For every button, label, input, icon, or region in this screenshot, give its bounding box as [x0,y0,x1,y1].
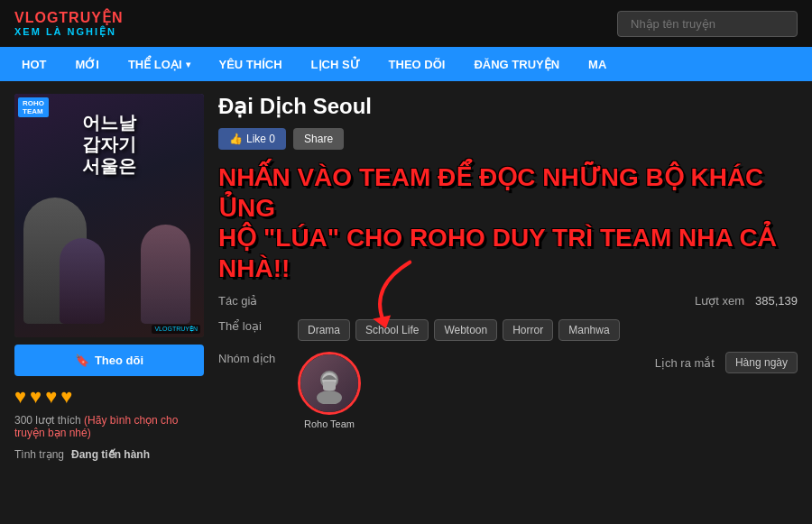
right-panel: Đại Dịch Seoul 👍 Like 0 Share NHẤN VÀO T… [218,94,798,461]
group-schedule-row: Nhóm dịch [218,352,798,429]
vlogtruyenvn-badge: VLOGTRUYỆN [152,325,200,334]
avatar-image [300,354,358,412]
author-label: Tác giả [218,294,257,308]
views-value: 385,139 [755,294,798,308]
group-name: Roho Team [298,418,361,429]
heart-3: ♥ [45,385,57,409]
translator-group: Roho Team [298,352,361,429]
tag-manhwa[interactable]: Manhwa [558,319,619,341]
schedule-value[interactable]: Hàng ngày [725,352,798,373]
nav-theo-doi[interactable]: THEO DÕI [374,47,460,81]
tag-drama[interactable]: Drama [298,319,350,341]
genre-row: Thể loại Drama School Life Webtoon Horro… [218,319,798,341]
nav-the-loai[interactable]: THỂ LOẠI ▾ [114,47,205,81]
author-views-row: Tác giả Lượt xem 385,139 [218,292,798,308]
header: VLOGTRUYỆN XEM LÀ NGHIỆN [0,0,812,47]
rating-info: 300 lượt thích (Hãy bình chọn cho truyện… [14,414,204,439]
hearts-rating: ♥ ♥ ♥ ♥ [14,385,204,409]
views-label: Lượt xem [695,294,744,308]
chevron-down-icon: ▾ [186,60,190,69]
logo: VLOGTRUYỆN XEM LÀ NGHIỆN [14,9,123,38]
action-buttons: 👍 Like 0 Share [218,128,798,150]
promo-text: NHẤN VÀO TEAM ĐỂ ĐỌC NHỮNG BỘ KHÁC ỦNGHỘ… [218,162,798,283]
genre-label: Thể loại [218,319,291,333]
genre-tags: Drama School Life Webtoon Horror Manhwa [298,319,620,341]
translator-avatar[interactable] [298,352,361,415]
logo-area[interactable]: VLOGTRUYỆN XEM LÀ NGHIỆN [14,9,123,38]
likes-count: 300 lượt thích [14,414,81,427]
status-label: Tình trạng [14,448,64,461]
heart-4: ♥ [60,385,72,409]
promo-section: NHẤN VÀO TEAM ĐỂ ĐỌC NHỮNG BỘ KHÁC ỦNGHỘ… [218,162,798,283]
svg-point-1 [317,391,342,404]
nav-lich-su[interactable]: LỊCH SỬ [297,47,374,81]
schedule-info: Lịch ra mắt Hàng ngày [508,352,798,373]
logo-sub: XEM LÀ NGHIỆN [14,26,123,38]
nav-ma[interactable]: MA [574,47,621,81]
cover-image: 어느날갑자기서울은 ROHOTEAM VLOGTRUYỆN [14,94,204,337]
group-info: Nhóm dịch [218,352,508,429]
logo-main: VLOGTRUYỆN [14,9,123,26]
tag-school-life[interactable]: School Life [355,319,429,341]
schedule-label: Lịch ra mắt [655,356,715,370]
search-input[interactable] [617,11,798,37]
left-panel: 어느날갑자기서울은 ROHOTEAM VLOGTRUYỆN 🔖 Theo dõi… [14,94,204,461]
manga-art: 어느날갑자기서울은 ROHOTEAM VLOGTRUYỆN [14,94,204,337]
nav-dang-truyen[interactable]: ĐĂNG TRUYỆN [459,47,574,81]
status-row: Tình trạng Đang tiến hành [14,448,204,461]
bookmark-icon: 🔖 [75,354,89,367]
nav-hot[interactable]: HOT [7,47,60,81]
main-content: 어느날갑자기서울은 ROHOTEAM VLOGTRUYỆN 🔖 Theo dõi… [0,81,812,473]
roho-team-badge: ROHOTEAM [18,97,49,117]
views-info: Lượt xem 385,139 [508,292,798,308]
tag-webtoon[interactable]: Webtoon [434,319,497,341]
cover-title: 어느날갑자기서울은 [14,112,204,177]
thumbs-up-icon: 👍 [229,133,243,145]
author-info: Tác giả [218,292,508,308]
status-value: Đang tiến hành [71,448,150,461]
like-button[interactable]: 👍 Like 0 [218,128,286,150]
share-button[interactable]: Share [293,128,344,150]
heart-1: ♥ [14,385,26,409]
nav-moi[interactable]: MỚI [60,47,113,81]
group-label: Nhóm dịch [218,352,291,365]
manga-title: Đại Dịch Seoul [218,94,798,119]
follow-button[interactable]: 🔖 Theo dõi [14,345,204,376]
nav-yeu-thich[interactable]: YÊU THÍCH [205,47,297,81]
navbar: HOT MỚI THỂ LOẠI ▾ YÊU THÍCH LỊCH SỬ THE… [0,47,812,81]
info-section: Tác giả Lượt xem 385,139 Thể loại Drama … [218,292,798,429]
svg-rect-3 [323,382,336,391]
heart-2: ♥ [30,385,42,409]
tag-horror[interactable]: Horror [503,319,553,341]
